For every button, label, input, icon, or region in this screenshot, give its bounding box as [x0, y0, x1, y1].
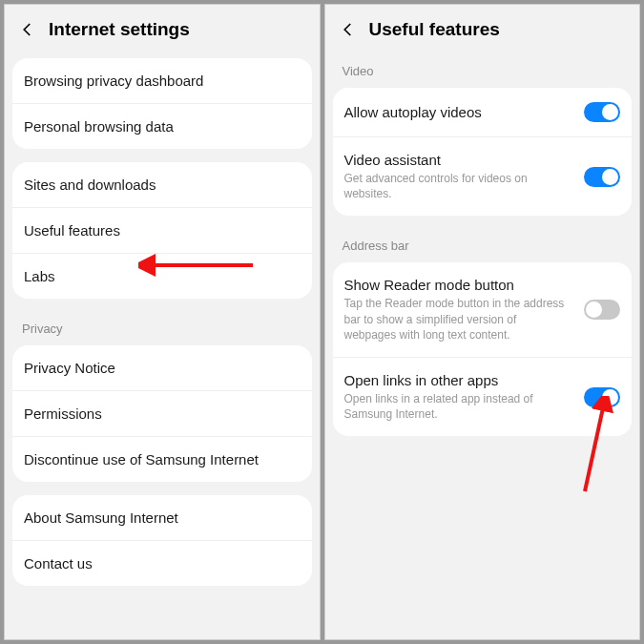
page-title: Useful features [369, 19, 500, 40]
back-icon[interactable] [337, 18, 360, 41]
row-show-reader-mode[interactable]: Show Reader mode button Tap the Reader m… [333, 262, 633, 358]
row-useful-features[interactable]: Useful features [12, 208, 312, 254]
row-permissions[interactable]: Permissions [12, 391, 312, 437]
toggle-video-assistant[interactable] [584, 167, 620, 187]
row-allow-autoplay-videos[interactable]: Allow autoplay videos [333, 88, 633, 137]
row-browsing-privacy-dashboard[interactable]: Browsing privacy dashboard [12, 58, 312, 104]
screen-useful-features: Useful features Video Allow autoplay vid… [324, 4, 641, 640]
back-icon[interactable] [16, 18, 39, 41]
page-title: Internet settings [49, 19, 190, 40]
header: Internet settings [5, 5, 320, 54]
row-privacy-notice[interactable]: Privacy Notice [12, 345, 312, 391]
row-contact-us[interactable]: Contact us [12, 541, 312, 586]
features-list: Video Allow autoplay videos Video assist… [325, 54, 640, 639]
toggle-show-reader-mode[interactable] [584, 300, 620, 320]
row-video-assistant[interactable]: Video assistant Get advanced controls fo… [333, 137, 633, 216]
settings-list: Browsing privacy dashboard Personal brow… [5, 54, 320, 639]
header: Useful features [325, 5, 640, 54]
section-video-label: Video [325, 54, 640, 84]
section-address-bar-label: Address bar [325, 229, 640, 259]
toggle-allow-autoplay[interactable] [584, 102, 620, 122]
toggle-open-links-other-apps[interactable] [584, 387, 620, 407]
section-privacy-label: Privacy [5, 312, 320, 342]
row-sites-and-downloads[interactable]: Sites and downloads [12, 162, 312, 208]
row-open-links-other-apps[interactable]: Open links in other apps Open links in a… [333, 358, 633, 436]
row-discontinue-use[interactable]: Discontinue use of Samsung Internet [12, 437, 312, 482]
row-labs[interactable]: Labs [12, 254, 312, 299]
row-about-samsung-internet[interactable]: About Samsung Internet [12, 495, 312, 541]
row-personal-browsing-data[interactable]: Personal browsing data [12, 104, 312, 149]
screen-internet-settings: Internet settings Browsing privacy dashb… [4, 4, 321, 640]
